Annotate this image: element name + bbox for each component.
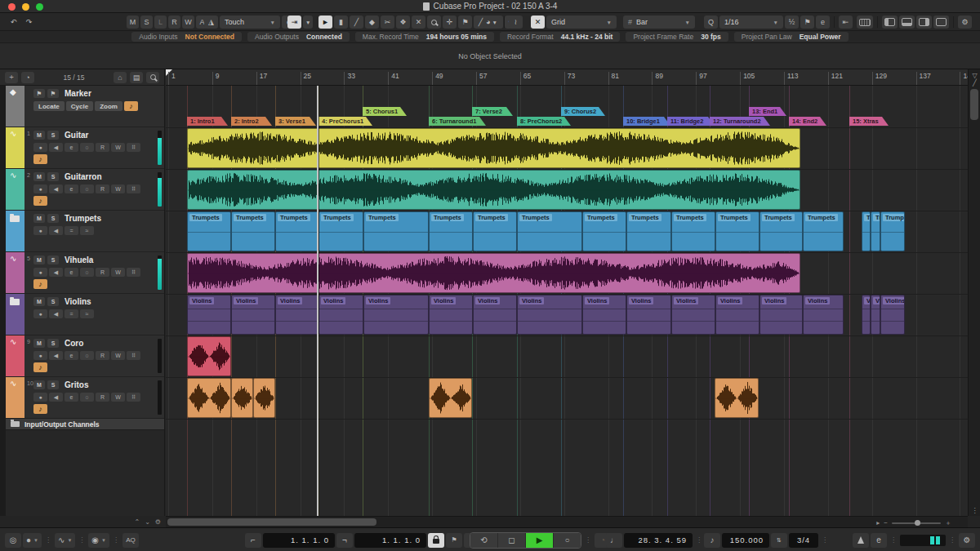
monitor-button[interactable]: ◀ (49, 226, 63, 235)
state-button-s[interactable]: S (140, 16, 153, 29)
region-violins[interactable]: Violins (626, 295, 671, 335)
region-violins[interactable]: Violins (862, 295, 871, 335)
tempo-spinner[interactable]: ⇅ (771, 533, 787, 548)
tempo-track-icon[interactable]: ♪ (704, 533, 720, 548)
region-gritos[interactable] (231, 378, 253, 418)
solo-button[interactable]: S (47, 297, 59, 306)
nudge-curve-button[interactable]: ≀ (509, 16, 523, 29)
track-row-violins[interactable]: MSViolins●◀=≈ (6, 294, 164, 335)
track-row-trumpets[interactable]: MSTrumpets●◀=≈ (6, 211, 164, 252)
punch-in-icon[interactable]: ⚑ (446, 533, 462, 548)
zoom-out-icon[interactable]: − (884, 519, 888, 527)
automation-mode-select[interactable]: Touch ▼ (220, 16, 280, 29)
mute-button[interactable]: M (33, 214, 45, 223)
monitor-button[interactable]: ◀ (49, 184, 63, 193)
playhead-cursor[interactable] (317, 86, 318, 516)
status-item[interactable]: Max. Record Time194 hours 05 mins (355, 32, 494, 42)
region-violins[interactable]: Violins (231, 295, 275, 335)
write-automation-button[interactable]: W (111, 268, 125, 277)
traffic-lights[interactable] (8, 3, 43, 11)
zoom-button[interactable]: Zoom (95, 101, 122, 111)
lower-zone-toggle[interactable] (899, 16, 915, 29)
freeze-options-icon[interactable]: ⠿ (127, 143, 140, 152)
region-gritos[interactable] (429, 378, 472, 418)
marker-flag[interactable]: 4: PreChorus1 (318, 117, 372, 126)
region-guitar[interactable] (187, 128, 800, 168)
mute-button[interactable]: M (33, 131, 45, 140)
toolbar-setup-gear-icon[interactable]: ⚙ (958, 16, 972, 29)
state-button-r[interactable]: R (168, 16, 180, 29)
region-trumpets[interactable]: Trumpets (862, 211, 871, 251)
region-trumpets[interactable]: Trumpets (582, 211, 626, 251)
region-violins[interactable]: Violins (760, 295, 803, 335)
metronome-icon[interactable] (853, 533, 869, 548)
marker-flag[interactable]: 5: Chorus1 (363, 107, 407, 116)
goto-right-locator-icon[interactable]: ¬ (336, 533, 353, 548)
undo-icon[interactable]: ↶ (7, 16, 20, 29)
region-trumpets[interactable]: Trumpets (187, 211, 231, 251)
zoom-window-button[interactable] (36, 3, 43, 11)
vertical-scrollbar[interactable]: ▽ ╱ ⋮ (968, 69, 980, 516)
goto-left-locator-icon[interactable]: ⌐ (245, 533, 261, 548)
mute-tool-icon[interactable]: ✕ (412, 16, 425, 29)
primary-time-display[interactable]: 28. 3. 4. 59 (624, 533, 693, 548)
track-row-coro[interactable]: ∿9MSCoro●◀eoRW⠿♪ (6, 335, 164, 377)
vertical-zoom-icon[interactable]: ⋮ (969, 507, 980, 514)
solo-button[interactable]: S (47, 172, 59, 181)
hand-tool-icon[interactable]: ✛ (443, 16, 457, 29)
onscreen-keyboard-icon[interactable] (857, 16, 873, 29)
object-selection-tool-icon[interactable]: ► (318, 16, 332, 29)
mute-button[interactable]: M (33, 297, 45, 306)
region-trumpets[interactable]: Trumpets (231, 211, 275, 251)
insert-state-icon[interactable]: o (80, 184, 94, 193)
solo-button[interactable]: S (47, 256, 59, 264)
ruler-filter-icon[interactable]: ▽ (969, 72, 980, 79)
add-track-button[interactable]: ＋ (5, 72, 18, 83)
write-automation-button[interactable]: W (111, 351, 125, 360)
group-editing-button[interactable]: = (65, 226, 78, 235)
record-enable-button[interactable]: ● (33, 268, 47, 277)
event-display-area[interactable]: TrumpetsTrumpetsTrumpetsTrumpetsTrumpets… (166, 86, 968, 516)
folder-phase-icon[interactable]: ≈ (80, 226, 94, 235)
freeze-options-icon[interactable]: ⠿ (127, 351, 140, 360)
vertical-scroll-thumb[interactable] (970, 89, 978, 120)
sync-settings-button[interactable]: e (871, 533, 887, 548)
zoom-tool-icon[interactable] (427, 16, 441, 29)
left-locator-field[interactable]: 1. 1. 1. 0 (263, 533, 335, 548)
region-coro[interactable] (187, 336, 231, 376)
monitor-button[interactable]: ◀ (49, 143, 63, 152)
horizontal-scroll-thumb[interactable] (167, 518, 376, 526)
insert-state-icon[interactable]: o (80, 143, 94, 152)
edit-channel-button[interactable]: e (65, 184, 78, 193)
marker-flag[interactable]: 2: Intro2 (231, 117, 272, 126)
insert-state-icon[interactable]: o (80, 393, 94, 402)
monitor-button[interactable]: ◀ (49, 268, 63, 277)
time-signature-field[interactable]: 3/4 (789, 533, 818, 548)
track-filter-icon[interactable]: ▤ (130, 72, 143, 83)
region-trumpets[interactable]: Trumpets (626, 211, 671, 251)
write-automation-button[interactable]: W (111, 143, 125, 152)
musical-timebase-icon[interactable]: ♪ (33, 404, 47, 414)
status-item[interactable]: Project Frame Rate30 fps (626, 32, 728, 42)
read-automation-button[interactable]: R (96, 184, 109, 193)
record-enable-button[interactable]: ● (33, 309, 47, 318)
mute-button[interactable]: M (33, 172, 45, 181)
marker-flag[interactable]: 10: Bridge1 (623, 117, 670, 126)
time-format-icon[interactable]: ♩ (606, 533, 622, 548)
edit-channel-button[interactable]: e (65, 268, 78, 277)
state-button-l[interactable]: L (154, 16, 167, 29)
musical-timebase-icon[interactable]: ♪ (33, 154, 47, 164)
marker-flag[interactable]: 15: Xtras (849, 117, 889, 126)
region-violins[interactable]: Violins (517, 295, 582, 335)
marker-flag[interactable]: 8: PreChorus2 (517, 117, 571, 126)
marker-flag[interactable]: 11: Bridge2 (667, 117, 715, 126)
musical-timebase-icon[interactable]: ♪ (33, 362, 47, 372)
region-violins[interactable]: Violins (715, 295, 760, 335)
right-locator-field[interactable]: 1. 1. 1. 0 (354, 533, 426, 548)
region-vihuela[interactable] (187, 253, 800, 293)
stop-button[interactable]: ◻ (498, 533, 525, 548)
solo-button[interactable]: S (47, 131, 59, 140)
write-automation-button[interactable]: W (111, 393, 125, 402)
region-trumpets[interactable]: Trumpets (715, 211, 760, 251)
region-trumpets[interactable]: Trumpets (363, 211, 429, 251)
